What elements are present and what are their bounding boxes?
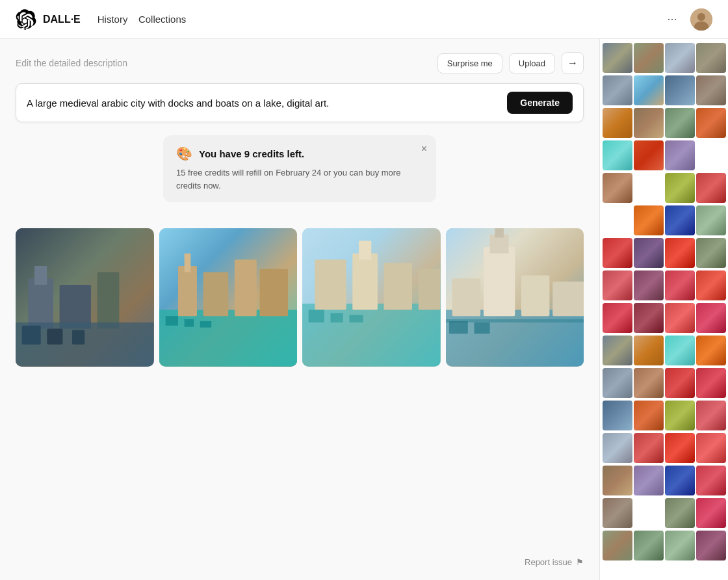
svg-rect-21 — [200, 321, 211, 328]
sidebar-thumb[interactable] — [696, 75, 726, 105]
sidebar-thumb[interactable] — [603, 270, 632, 300]
sidebar-thumb[interactable] — [634, 43, 664, 73]
sidebar-thumb[interactable] — [696, 238, 726, 268]
sidebar-thumb[interactable] — [665, 75, 695, 105]
sidebar-thumb[interactable] — [603, 433, 632, 463]
sidebar-thumb[interactable] — [634, 498, 664, 528]
sidebar-thumb[interactable] — [634, 238, 664, 268]
credits-notification: × 🎨 You have 9 credits left. 15 free cre… — [163, 135, 436, 202]
svg-rect-24 — [315, 259, 346, 310]
sidebar-thumb[interactable] — [696, 303, 726, 333]
sidebar-row — [600, 497, 728, 529]
sidebar-thumb[interactable] — [603, 531, 632, 560]
sidebar-row — [600, 172, 728, 204]
sidebar-thumb[interactable] — [665, 466, 695, 495]
svg-rect-28 — [419, 269, 441, 310]
sidebar-thumb[interactable] — [665, 336, 695, 365]
sidebar-thumb[interactable] — [696, 433, 726, 463]
sidebar-thumb[interactable] — [603, 466, 632, 495]
sidebar-row — [600, 529, 728, 562]
sidebar-thumb[interactable] — [696, 401, 726, 430]
sidebar-thumb[interactable] — [603, 173, 632, 203]
sidebar-thumb[interactable] — [634, 368, 664, 398]
sidebar-thumb[interactable] — [696, 336, 726, 365]
sidebar-thumb[interactable] — [634, 108, 664, 138]
sidebar-thumb[interactable] — [634, 531, 664, 560]
nav-history[interactable]: History — [94, 11, 132, 27]
main-layout: Edit the detailed description Surprise m… — [0, 39, 728, 580]
sidebar-thumb[interactable] — [603, 140, 632, 170]
svg-rect-14 — [177, 266, 196, 316]
generate-button[interactable]: Generate — [507, 92, 573, 114]
sidebar-thumb[interactable] — [634, 401, 664, 430]
sidebar-thumb[interactable] — [603, 205, 632, 235]
svg-rect-42 — [474, 323, 489, 334]
sidebar-thumb[interactable] — [665, 205, 695, 235]
generated-image-3[interactable] — [302, 228, 441, 367]
sidebar-thumb[interactable] — [696, 173, 726, 203]
report-issue-button[interactable]: Report issue ⚑ — [525, 557, 584, 567]
sidebar-thumb[interactable] — [696, 140, 726, 170]
generated-image-2[interactable] — [159, 228, 298, 367]
sidebar-thumb[interactable] — [634, 433, 664, 463]
sidebar-thumb[interactable] — [696, 270, 726, 300]
sidebar-thumb[interactable] — [603, 303, 632, 333]
sidebar-thumb[interactable] — [634, 140, 664, 170]
sidebar-thumb[interactable] — [603, 336, 632, 365]
svg-rect-33 — [446, 310, 584, 367]
sidebar-thumb[interactable] — [665, 531, 695, 560]
sidebar-thumb[interactable] — [634, 270, 664, 300]
svg-rect-36 — [495, 228, 504, 237]
avatar-image — [690, 8, 712, 31]
sidebar-thumb[interactable] — [603, 401, 632, 430]
report-icon: ⚑ — [576, 557, 584, 567]
sidebar-thumb[interactable] — [696, 368, 726, 398]
sidebar-thumb[interactable] — [665, 433, 695, 463]
sidebar-thumb[interactable] — [696, 498, 726, 528]
nav-collections[interactable]: Collections — [135, 11, 190, 27]
svg-rect-27 — [384, 263, 412, 310]
upload-button[interactable]: Upload — [509, 53, 555, 73]
sidebar-thumb[interactable] — [665, 140, 695, 170]
sidebar-thumb[interactable] — [665, 368, 695, 398]
sidebar-thumb[interactable] — [665, 108, 695, 138]
sidebar-thumb[interactable] — [603, 368, 632, 398]
svg-rect-30 — [330, 313, 343, 322]
sidebar-thumb[interactable] — [603, 498, 632, 528]
credits-icon: 🎨 — [176, 146, 192, 161]
generated-image-1[interactable] — [16, 228, 154, 367]
sidebar-thumb[interactable] — [696, 531, 726, 560]
svg-rect-13 — [159, 310, 298, 367]
report-area: Report issue ⚑ — [16, 544, 584, 567]
sidebar-thumb[interactable] — [603, 43, 632, 73]
prompt-text[interactable]: A large medieval arabic city with docks … — [27, 98, 507, 109]
credits-close-button[interactable]: × — [421, 143, 427, 155]
sidebar-thumb[interactable] — [665, 401, 695, 430]
sidebar-thumb[interactable] — [634, 303, 664, 333]
arrow-button[interactable]: → — [562, 52, 584, 74]
sidebar-thumb[interactable] — [665, 238, 695, 268]
sidebar-thumb[interactable] — [696, 205, 726, 235]
image-grid — [16, 228, 584, 367]
sidebar-thumb[interactable] — [665, 270, 695, 300]
sidebar-thumb[interactable] — [696, 466, 726, 495]
surprise-me-button[interactable]: Surprise me — [437, 53, 502, 73]
sidebar-thumb[interactable] — [634, 75, 664, 105]
credits-body: 15 free credits will refill on February … — [176, 166, 423, 192]
sidebar-thumb[interactable] — [603, 238, 632, 268]
more-button[interactable]: ··· — [662, 9, 682, 30]
sidebar-thumb[interactable] — [634, 205, 664, 235]
sidebar-thumb[interactable] — [665, 173, 695, 203]
sidebar-thumb[interactable] — [696, 43, 726, 73]
sidebar-thumb[interactable] — [634, 173, 664, 203]
sidebar-thumb[interactable] — [634, 466, 664, 495]
sidebar-thumb[interactable] — [603, 75, 632, 105]
sidebar-thumb[interactable] — [665, 43, 695, 73]
avatar[interactable] — [690, 8, 712, 31]
sidebar-thumb[interactable] — [665, 303, 695, 333]
sidebar-thumb[interactable] — [696, 108, 726, 138]
generated-image-4[interactable] — [446, 228, 584, 367]
sidebar-thumb[interactable] — [634, 336, 664, 365]
sidebar-thumb[interactable] — [603, 108, 632, 138]
sidebar-thumb[interactable] — [665, 498, 695, 528]
